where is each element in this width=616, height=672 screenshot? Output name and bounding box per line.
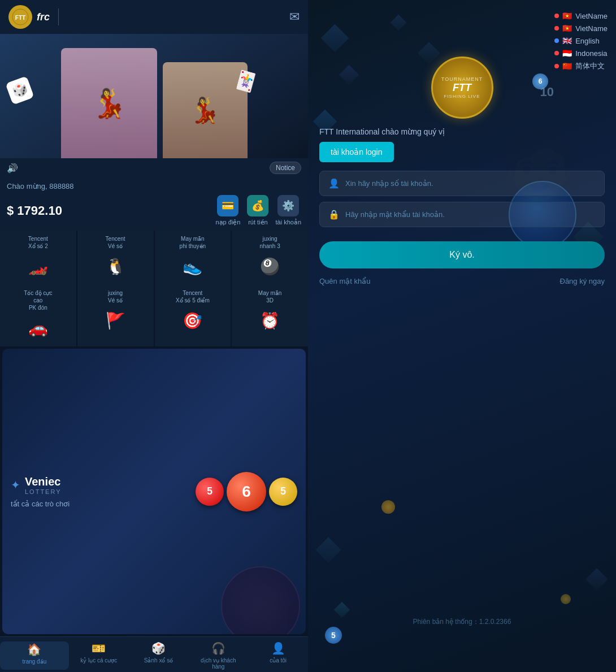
game-card-juxing-veso[interactable]: juxingVé số 🚩 <box>77 285 154 346</box>
flag-cn: 🇨🇳 <box>562 62 572 71</box>
notice-bar: 🔊 Notice <box>0 158 308 177</box>
flag-vn2: 🇻🇳 <box>562 24 572 33</box>
action-buttons: 💳 nạp điện 💰 rút tiền ⚙️ tài khoản <box>215 195 301 226</box>
nav-item-me[interactable]: 👤 của tôi <box>248 641 308 670</box>
username-field-wrap[interactable]: 👤 Xin hãy nhập số tài khoản. <box>319 171 605 196</box>
hero-banner: 💃 💃 🎲 🃏 <box>0 34 308 158</box>
game-title: juxingnhanh 3 <box>260 235 280 250</box>
nap-dien-label: nạp điện <box>215 219 240 226</box>
lang-label-vn1: VietName <box>575 12 608 20</box>
login-action-button[interactable]: Ký vô. <box>319 241 605 268</box>
nav-item-lottery[interactable]: 🎲 Sảnh xổ số <box>129 641 189 670</box>
game-title: juxingVé số <box>108 289 123 304</box>
lottery-banner: ✦ Veniec LOTTERY tất cả các trò chơi 5 6… <box>2 349 306 634</box>
service-icon: 🎧 <box>211 641 225 655</box>
lang-dot-cn <box>554 64 559 68</box>
me-icon: 👤 <box>271 641 285 655</box>
games-grid-row1: TencentXổ số 2 🏎️ TencentVé số 🐧 May mắn… <box>0 231 308 285</box>
lang-label-id: Indonesia <box>575 49 607 58</box>
forgot-password-link[interactable]: Quên mật khẩu <box>319 277 370 285</box>
lang-dot-id <box>554 51 559 55</box>
register-link[interactable]: Đăng ký ngay <box>560 277 605 285</box>
right-logo-circle: TOURNAMENT FTT FISHING LIVE <box>431 57 493 119</box>
game-icon-penguin: 🐧 <box>101 252 129 280</box>
game-title: TencentXổ số 5 điểm <box>176 289 210 304</box>
history-icon: 🎫 <box>92 641 106 655</box>
nav-label-lottery: Sảnh xổ số <box>144 657 173 664</box>
lottery-ball-5: 5 <box>196 478 224 506</box>
games-grid-row2: Tốc độ cựccaoPK đón 🚗 juxingVé số 🚩 Tenc… <box>0 285 308 346</box>
game-icon-target: 🎯 <box>179 306 207 335</box>
mail-icon[interactable]: ✉ <box>289 10 300 24</box>
header-divider <box>58 8 59 25</box>
rut-tien-label: rút tiền <box>248 219 268 226</box>
welcome-text: FTT International chào mừng quý vị <box>308 119 616 142</box>
lang-vietnam-2[interactable]: 🇻🇳 VietName <box>554 24 608 33</box>
game-icon-billiard: 🎱 <box>256 252 284 280</box>
links-row: Quên mật khẩu Đăng ký ngay <box>308 277 616 285</box>
game-title: TencentVé số <box>106 235 125 250</box>
password-placeholder: Hãy nhập mật khẩu tài khoản. <box>345 210 445 219</box>
nav-label-history: kỷ lục cá cược <box>80 657 117 664</box>
lang-vietnam-1[interactable]: 🇻🇳 VietName <box>554 11 608 20</box>
bottom-nav: 🏠 trang đầu 🎫 kỷ lục cá cược 🎲 Sảnh xổ s… <box>0 636 308 672</box>
lottery-left: ✦ Veniec LOTTERY tất cả các trò chơi <box>11 475 70 508</box>
language-selector: 🇻🇳 VietName 🇻🇳 VietName 🇬🇧 English 🇮🇩 In… <box>554 11 608 71</box>
lock-icon: 🔒 <box>328 209 340 220</box>
flag-vn1: 🇻🇳 <box>562 11 572 20</box>
game-title: May mắnphi thuyền <box>180 235 206 250</box>
game-icon-clock: ⏰ <box>256 306 284 335</box>
lottery-balls: 5 6 5 <box>196 472 297 511</box>
svg-text:FTT: FTT <box>15 15 25 21</box>
password-field-wrap[interactable]: 🔒 Hãy nhập mật khẩu tài khoản. <box>319 202 605 227</box>
nav-label-home: trang đầu <box>23 658 47 665</box>
lang-label-en: English <box>575 37 600 45</box>
game-card-tencent-veso[interactable]: TencentVé số 🐧 <box>77 231 154 285</box>
game-card-tencent-xoso2[interactable]: TencentXổ số 2 🏎️ <box>0 231 76 285</box>
home-icon: 🏠 <box>27 643 41 656</box>
username-placeholder: Xin hãy nhập số tài khoản. <box>345 179 433 188</box>
nav-item-home[interactable]: 🏠 trang đầu <box>0 641 69 670</box>
lottery-name: Veniec <box>25 475 62 488</box>
notice-button[interactable]: Notice <box>270 162 301 174</box>
balance-display: $ 1792.10 <box>7 203 62 218</box>
right-panel: 5 6 🇻🇳 VietName 🇻🇳 VietName 🇬🇧 English 🇮… <box>308 0 616 672</box>
lottery-all-games[interactable]: tất cả các trò chơi <box>11 500 70 508</box>
game-icon-flag: 🚩 <box>101 306 129 335</box>
nap-dien-button[interactable]: 💳 nạp điện <box>215 195 240 226</box>
tai-khoan-button[interactable]: ⚙️ tài khoản <box>275 195 301 226</box>
lang-english[interactable]: 🇬🇧 English <box>554 36 608 45</box>
nav-item-service[interactable]: 🎧 dịch vụ kháchhàng <box>188 641 248 670</box>
game-card-toc-do[interactable]: Tốc độ cựccaoPK đón 🚗 <box>0 285 76 346</box>
flag-id: 🇮🇩 <box>562 49 572 58</box>
right-logo-text: FTT <box>441 82 483 94</box>
nap-dien-icon: 💳 <box>217 195 238 216</box>
login-tab-button[interactable]: tài khoản login <box>319 142 394 162</box>
game-icon-shoe: 👟 <box>179 252 207 280</box>
lang-indonesia[interactable]: 🇮🇩 Indonesia <box>554 49 608 58</box>
lottery-star-icon: ✦ <box>11 478 20 492</box>
nav-label-service: dịch vụ kháchhàng <box>201 657 236 670</box>
nav-item-history[interactable]: 🎫 kỷ lục cá cược <box>69 641 129 670</box>
lang-label-vn2: VietName <box>575 24 608 33</box>
lottery-ball-5b: 5 <box>269 478 297 506</box>
left-header: FTT frc ✉ <box>0 0 308 34</box>
game-card-tencent-xoso5[interactable]: TencentXổ số 5 điểm 🎯 <box>155 285 231 346</box>
game-title: TencentXổ số 2 <box>28 235 48 250</box>
logo-circle: FTT <box>8 5 32 29</box>
game-card-may-man-3d[interactable]: May mắn3D ⏰ <box>232 285 308 346</box>
tai-khoan-label: tài khoản <box>275 219 301 226</box>
game-title: May mắn3D <box>258 289 282 304</box>
game-icon-car: 🏎️ <box>24 252 52 280</box>
lang-chinese[interactable]: 🇨🇳 简体中文 <box>554 61 608 71</box>
lottery-icon: 🎲 <box>151 641 166 655</box>
rut-tien-button[interactable]: 💰 rút tiền <box>247 195 268 226</box>
lang-dot-vn1 <box>554 14 559 18</box>
game-card-juxing-nhanh3[interactable]: juxingnhanh 3 🎱 <box>232 231 308 285</box>
game-title: Tốc độ cựccaoPK đón <box>24 289 52 311</box>
game-icon-racecar: 🚗 <box>24 314 52 342</box>
game-card-may-man[interactable]: May mắnphi thuyền 👟 <box>155 231 231 285</box>
lang-label-cn: 简体中文 <box>575 61 605 71</box>
speaker-icon: 🔊 <box>7 163 18 174</box>
lottery-brand: ✦ Veniec LOTTERY <box>11 475 70 495</box>
